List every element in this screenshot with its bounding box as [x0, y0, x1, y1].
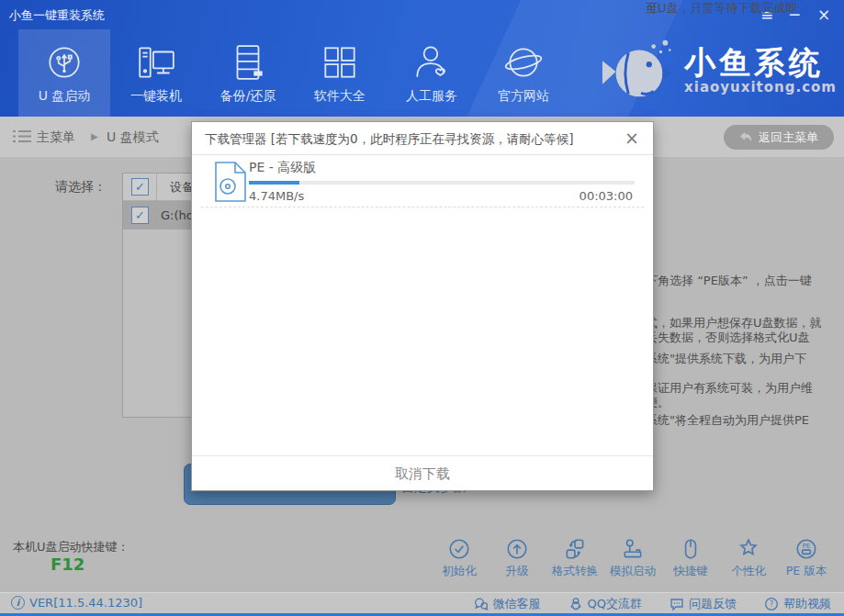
list-icon [13, 129, 31, 143]
breadcrumb-current: U 盘模式 [107, 129, 159, 146]
back-to-main-menu-button[interactable]: 返回主菜单 [724, 125, 834, 150]
boot-hotkey-label: 本机U盘启动快捷键： [13, 539, 129, 555]
simulate-boot-icon [621, 537, 645, 561]
boot-hotkey-value: F12 [51, 554, 84, 574]
tool-initialize[interactable]: 初始化 [433, 537, 486, 579]
dialog-footer: 取消下载 [192, 455, 653, 490]
tool-label: PE 版本 [786, 564, 827, 579]
nav-label: 人工服务 [406, 88, 457, 105]
main-nav: U 盘启动 一键装机 备份/还原 [18, 29, 569, 117]
help-text-fragment: 下角选择 “PE版本” ，点击一键 [646, 273, 812, 289]
usb-icon [43, 41, 85, 84]
progress-fill [249, 181, 299, 185]
footer-link-qq[interactable]: QQ交流群 [568, 596, 642, 612]
mouse-icon [679, 537, 703, 561]
help-circle-icon: ? [764, 597, 779, 611]
tool-label: 模拟启动 [610, 564, 656, 579]
globe-icon [502, 41, 545, 84]
tool-label: 个性化 [731, 564, 766, 579]
footer-link-wechat[interactable]: 微信客服 [474, 596, 541, 612]
nav-label: 软件大全 [314, 88, 366, 105]
time-remaining: 00:03:00 [580, 189, 633, 203]
version-text: VER[11.5.44.1230] [29, 596, 142, 610]
brand-logo: 小鱼系统 xiaoyuxitong.com [600, 35, 837, 106]
select-all-checkbox[interactable]: ✓ [131, 178, 149, 196]
footer-link-label: 帮助视频 [783, 596, 831, 612]
footer-links: 微信客服 QQ交流群 问题反馈 ? [474, 596, 831, 612]
logo-domain: xiaoyuxitong.com [684, 79, 837, 95]
svg-text:PE: PE [803, 542, 811, 550]
format-convert-icon [563, 537, 587, 561]
nav-label: 官方网站 [498, 88, 549, 105]
help-text-fragment: 系统"提供系统下载，为用户下 [646, 351, 806, 367]
footer-link-label: QQ交流群 [588, 596, 642, 612]
nav-item-human-service[interactable]: 人工服务 [386, 29, 478, 117]
nav-label: 一键装机 [130, 88, 182, 105]
tool-label: 初始化 [442, 564, 477, 579]
back-button-label: 返回主菜单 [759, 129, 818, 146]
download-item-name: PE - 高级版 [249, 160, 316, 176]
help-text-fragment: 保证用户有系统可装，为用户维 [646, 380, 813, 397]
wechat-icon [474, 597, 489, 611]
computer-icon [135, 41, 177, 84]
apps-grid-icon [319, 41, 361, 84]
column-divider [156, 174, 157, 200]
nav-item-one-click-install[interactable]: 一键装机 [110, 29, 202, 117]
personalize-star-icon [737, 537, 760, 561]
dialog-close-icon[interactable]: × [622, 128, 642, 148]
disc-file-icon [214, 161, 247, 203]
nav-item-official-site[interactable]: 官方网站 [478, 29, 569, 117]
backup-server-icon [227, 41, 269, 84]
tool-label: 快捷键 [673, 564, 708, 579]
close-icon[interactable]: × [813, 4, 835, 26]
person-service-icon [411, 41, 453, 84]
pe-version-icon: PE [794, 537, 818, 561]
footer-link-label: 问题反馈 [689, 596, 737, 612]
device-row-label: G:(ho [161, 208, 194, 222]
tool-pe-version[interactable]: PE PE 版本 [780, 537, 833, 579]
tool-upgrade[interactable]: 升级 [490, 537, 544, 579]
tool-label: 格式转换 [552, 564, 598, 579]
nav-item-usb-boot[interactable]: U 盘启动 [18, 29, 110, 117]
select-prompt-label: 请选择： [55, 179, 107, 196]
back-arrow-icon [739, 131, 753, 143]
info-icon: i [11, 596, 25, 610]
tool-simulate-boot[interactable]: 模拟启动 [606, 537, 659, 579]
logo-title: 小鱼系统 [684, 46, 837, 79]
breadcrumb-root[interactable]: 主菜单 [37, 129, 75, 146]
nav-label: 备份/还原 [220, 88, 276, 105]
nav-label: U 盘启动 [39, 88, 91, 105]
upgrade-arrow-icon [505, 537, 529, 561]
nav-item-backup-restore[interactable]: 备份/还原 [202, 29, 294, 117]
footer-link-help[interactable]: ? 帮助视频 [764, 596, 831, 612]
tool-personalize[interactable]: 个性化 [722, 537, 775, 579]
tool-hotkeys[interactable]: 快捷键 [664, 537, 717, 579]
svg-text:?: ? [770, 600, 773, 609]
app-title: 小鱼一键重装系统 [9, 7, 105, 24]
footer-link-feedback[interactable]: 问题反馈 [670, 596, 737, 612]
help-text-fragment: 系统"将全程自动为用户提供PE [646, 412, 809, 429]
dialog-header: 下载管理器 [若下载速度为0，此时程序正在寻找资源，请耐心等候] × [192, 122, 653, 155]
app-window: 小鱼一键重装系统 ≡ ─ × U 盘启动 [0, 0, 844, 616]
help-text-fragment: 丢失数据，否则选择格式化U盘 [646, 330, 810, 346]
tool-row: 初始化 升级 格式转换 模拟启动 [433, 537, 833, 579]
fish-logo-icon [600, 35, 681, 106]
nav-item-software-library[interactable]: 软件大全 [294, 29, 386, 117]
cancel-download-button[interactable]: 取消下载 [192, 456, 653, 491]
top-banner: 小鱼一键重装系统 ≡ ─ × U 盘启动 [0, 0, 844, 117]
download-speed: 4.74MB/s [249, 189, 304, 203]
feedback-bubble-icon [670, 597, 684, 611]
init-check-icon [447, 537, 471, 561]
device-row-checkbox[interactable]: ✓ [131, 207, 149, 224]
dialog-title: 下载管理器 [若下载速度为0，此时程序正在寻找资源，请耐心等候] [205, 131, 573, 148]
qq-icon [568, 597, 583, 611]
version-info: i VER[11.5.44.1230] [11, 596, 142, 610]
download-manager-dialog: 下载管理器 [若下载速度为0，此时程序正在寻找资源，请耐心等候] × PE - … [191, 121, 654, 491]
tool-format-convert[interactable]: 格式转换 [548, 537, 602, 579]
breadcrumb-separator-icon: ▶ [91, 131, 98, 141]
progress-bar [249, 181, 635, 185]
footer-bar: i VER[11.5.44.1230] 微信客服 QQ交流群 [0, 592, 844, 613]
tool-label: 升级 [506, 564, 529, 579]
item-divider [201, 207, 644, 207]
help-text-fragment: 可。 [646, 0, 670, 17]
